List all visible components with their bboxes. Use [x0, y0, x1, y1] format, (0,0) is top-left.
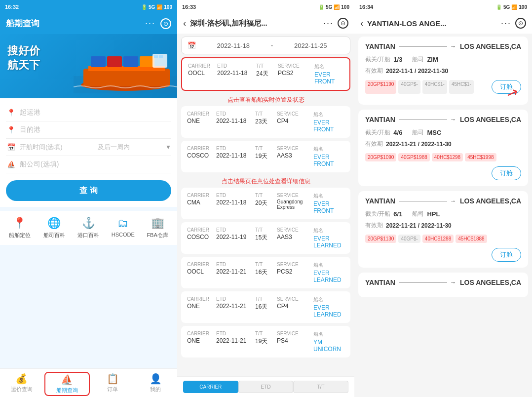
carrier-tab-label: CARRIER: [183, 381, 238, 393]
date-filter[interactable]: 📅 2022-11-18 - 2022-11-25: [181, 37, 350, 54]
carrier-2: HPL: [427, 210, 440, 218]
origin-icon: 📍: [6, 109, 16, 117]
nav-orders[interactable]: 📋 订单: [91, 372, 134, 396]
detail-card-3[interactable]: YANTIAN → LOS ANGELES,CA: [358, 273, 528, 297]
nav-schedule-search[interactable]: ⛵ 船期查询: [44, 372, 89, 396]
dest-input-row[interactable]: 📍 目的港: [6, 121, 171, 139]
result-card-7[interactable]: CARRIER ONE ETD 2022-11-21 T/T 19天 SERVI…: [181, 326, 350, 357]
dropdown-arrow: ▼: [165, 144, 171, 151]
query-button[interactable]: 查 询: [6, 180, 171, 201]
validity-row-2: 有效期 2022-11-21 / 2022-11-30: [365, 221, 521, 230]
profile-icon: 👤: [150, 373, 162, 385]
back-button-2[interactable]: ‹: [183, 18, 186, 29]
date-input-row[interactable]: 📅 开航时间(选填) 及后一周内 ▼: [6, 139, 171, 156]
date-option: 及后一周内: [98, 143, 130, 152]
quick-link-carrier-wiki[interactable]: 🌐 船司百科: [38, 217, 70, 239]
origin-input-row[interactable]: 📍 起运港: [6, 104, 171, 121]
quick-link-fba-label: FBA仓库: [147, 232, 168, 239]
detail-card-0[interactable]: YANTIAN → LOS ANGELES,CA 截关/开船 1/3 船司 ZI…: [358, 37, 528, 105]
scan-icon-3[interactable]: ⊙: [515, 18, 526, 29]
validity-1: 2022-11-21 / 2022-11-30: [386, 141, 452, 148]
validity-row-1: 有效期 2022-11-21 / 2022-11-30: [365, 140, 521, 148]
hero-line1: 搜好价: [7, 44, 40, 58]
book-button-2[interactable]: 订舱: [492, 248, 521, 262]
carrier-icon: ⛵: [6, 160, 16, 168]
price-search-icon: 💰: [15, 373, 28, 385]
quick-link-port-wiki[interactable]: ⚓ 港口百科: [73, 217, 105, 239]
carrier-0: ZIM: [427, 56, 438, 63]
panel-results: 16:33 🔋 5G 📶 100 ‹ 深圳-洛杉矶,加利福尼... ··· ⊙ …: [177, 0, 354, 397]
dest-placeholder: 目的港: [20, 125, 40, 134]
result-card-4[interactable]: CARRIER COSCO ETD 2022-11-19 T/T 15天 SER…: [181, 222, 350, 254]
port-wiki-icon: ⚓: [82, 217, 95, 230]
date-from: 2022-11-18: [200, 42, 266, 49]
ship-illustration: [74, 51, 177, 93]
carrier-input-row[interactable]: ⛵ 船公司(选填): [6, 156, 171, 173]
from-port-2: YANTIAN: [365, 197, 395, 205]
nav-price-search[interactable]: 💰 运价查询: [0, 372, 43, 396]
cutoff-0: 1/3: [393, 56, 402, 63]
col-etd-0: ETD 2022-11-18: [217, 63, 254, 85]
status-bar-1: 16:32 🔋 5G 📶 100: [0, 0, 177, 14]
scan-icon-2[interactable]: ⊙: [338, 18, 348, 29]
svg-rect-5: [107, 56, 122, 67]
panel3-title: YANTIAN-LOS ANGE...: [367, 19, 497, 28]
nav-profile[interactable]: 👤 我的: [134, 372, 177, 396]
price-row-2: 20GP$1130 40GP$- 40HC$1288 45HC$1888: [365, 235, 521, 243]
etd-tab-label: ETD: [238, 381, 294, 393]
dest-icon: 📍: [6, 126, 16, 134]
back-button-3[interactable]: ‹: [360, 18, 363, 29]
panel2-title: 深圳-洛杉矶,加利福尼...: [190, 19, 319, 28]
tt-tab-label: T/T: [293, 381, 348, 393]
panel1-header: 船期查询 ··· ⊙: [0, 14, 177, 34]
nav-schedule-label: 船期查询: [56, 387, 78, 394]
more-icon-3[interactable]: ···: [501, 18, 511, 29]
date-placeholder: 开航时间(选填): [20, 143, 63, 152]
to-port-0: LOS ANGELES,CA: [460, 42, 521, 50]
price-row-0: 20GP$1190 40GP$- 40HC$1- 45HC$1- 订舱: [365, 80, 521, 94]
bottom-tab-bar: CARRIER ETD T/T: [177, 376, 354, 397]
to-port-3: LOS ANGELES,CA: [460, 278, 521, 286]
date-to: 2022-11-25: [277, 42, 344, 49]
result-card-5[interactable]: CARRIER OOCL ETD 2022-11-21 T/T 16天 SERV…: [181, 257, 350, 288]
result-card-0[interactable]: CARRIER OOCL ETD 2022-11-18 T/T 24天 SERV…: [181, 57, 350, 91]
panel2-header: ‹ 深圳-洛杉矶,加利福尼... ··· ⊙: [177, 14, 354, 34]
more-icon[interactable]: ···: [145, 18, 155, 29]
tab-tt[interactable]: T/T: [293, 381, 348, 393]
search-form: 📍 起运港 📍 目的港 📅 开航时间(选填) 及后一周内 ▼ ⛵ 船公司(选填)…: [0, 98, 177, 207]
tab-etd[interactable]: ETD: [238, 381, 294, 393]
detail-info-row-2: 截关/开船 6/1 船司 HPL: [365, 210, 521, 218]
quick-link-hscode[interactable]: 🗂 HSCODE: [107, 217, 139, 239]
result-card-1[interactable]: CARRIER ONE ETD 2022-11-18 T/T 23天 SERVI…: [181, 106, 350, 138]
hscode-icon: 🗂: [117, 217, 128, 230]
fba-icon: 🏢: [151, 217, 164, 230]
svg-rect-6: [123, 56, 138, 67]
col-vessel-0: 船名 EVER FRONT: [314, 63, 343, 85]
more-icon-2[interactable]: ···: [323, 18, 334, 29]
result-card-2[interactable]: CARRIER COSCO ETD 2022-11-18 T/T 19天 SER…: [181, 141, 350, 172]
detail-info-row-0: 截关/开船 1/3 船司 ZIM: [365, 55, 521, 64]
schedule-icon: ⛵: [61, 374, 73, 386]
quick-link-ship-location[interactable]: 📍 船舶定位: [4, 217, 36, 239]
quick-links: 📍 船舶定位 🌐 船司百科 ⚓ 港口百科 🗂 HSCODE 🏢 FBA仓库: [0, 211, 177, 245]
time-3: 16:34: [359, 4, 373, 10]
result-card-6[interactable]: CARRIER ONE ETD 2022-11-21 T/T 16天 SERVI…: [181, 291, 350, 323]
tab-carrier[interactable]: CARRIER: [183, 381, 238, 393]
detail-card-1[interactable]: YANTIAN → LOS ANGELES,CA 截关/开船 4/6 船司 MS…: [358, 110, 528, 186]
quick-link-fba[interactable]: 🏢 FBA仓库: [142, 217, 173, 239]
carrier-wiki-icon: 🌐: [47, 217, 61, 230]
price-row-1: 20GP$1090 40GP$1988 40HC$1298 45HC$1998: [365, 153, 521, 161]
svg-rect-2: [83, 69, 170, 86]
calendar-icon-2: 📅: [188, 41, 196, 49]
status-bar-2: 16:33 🔋 5G 📶 100: [177, 0, 354, 14]
origin-placeholder: 起运港: [20, 108, 40, 117]
cutoff-2: 6/1: [393, 210, 402, 218]
book-button-1[interactable]: 订舱: [492, 166, 521, 180]
validity-2: 2022-11-21 / 2022-11-30: [386, 222, 452, 229]
result-card-3[interactable]: CARRIER CMA ETD 2022-11-18 T/T 20天 SERVI…: [181, 188, 350, 219]
date-selector: 开航时间(选填) 及后一周内 ▼: [20, 143, 171, 152]
detail-card-2[interactable]: YANTIAN → LOS ANGELES,CA 截关/开船 6/1 船司 HP…: [358, 191, 528, 268]
to-port-1: LOS ANGELES,CA: [460, 116, 521, 123]
tooltip-1: 点击查看船舶实时位置及状态: [181, 94, 350, 106]
scan-icon[interactable]: ⊙: [160, 18, 171, 29]
